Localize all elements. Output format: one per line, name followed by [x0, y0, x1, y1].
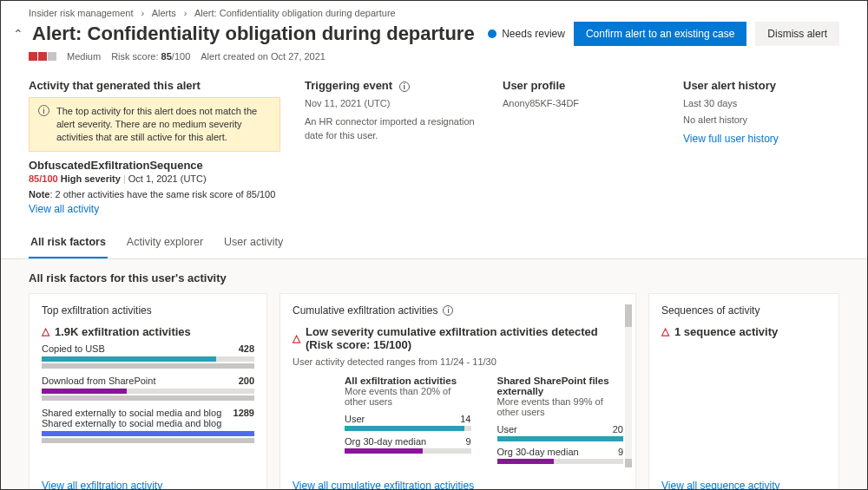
top-card-title: △ 1.9K exfiltration activities [42, 325, 254, 338]
breadcrumb-alerts[interactable]: Alerts [152, 8, 176, 18]
breadcrumb: Insider risk management › Alerts › Alert… [1, 1, 867, 22]
tab-all-risk-factors[interactable]: All risk factors [29, 231, 108, 258]
confirm-alert-button[interactable]: Confirm alert to an existing case [574, 22, 746, 46]
chevron-right-icon: › [141, 8, 145, 18]
tab-user-activity[interactable]: User activity [222, 231, 285, 258]
view-all-sequence-link[interactable]: View all sequence activity [661, 480, 780, 490]
cum-card-heading: Cumulative exfiltration activities i [293, 304, 623, 317]
status-label: Needs review [502, 28, 565, 40]
trigger-heading: Triggering event i [305, 79, 478, 92]
trigger-text: An HR connector imported a resignation d… [305, 115, 478, 142]
top-exfil-label: Download from SharePoint [42, 376, 155, 386]
risk-score-max: /100 [172, 51, 190, 62]
cum-org-label: Org 30-day median [497, 447, 579, 457]
seq-card-title: △ 1 sequence activity [661, 325, 826, 338]
warning-icon: △ [42, 325, 49, 337]
profile-user: Anony85KF-34DF [503, 97, 659, 110]
cum-card-title: △ Low severity cumulative exfiltration a… [293, 325, 623, 351]
cum-user-label: User [497, 424, 517, 434]
warning-icon: △ [661, 325, 669, 337]
seq-card-heading: Sequences of activity [661, 304, 826, 317]
cum-col-heading: Shared SharePoint files externally [497, 376, 624, 396]
top-exfil-label: Shared externally to social media and bl… [42, 408, 233, 428]
warning-icon: △ [293, 332, 300, 344]
cum-org-value: 9 [465, 436, 470, 447]
cum-org-label: Org 30-day median [345, 436, 426, 447]
history-heading: User alert history [683, 79, 839, 92]
breadcrumb-root[interactable]: Insider risk management [29, 8, 133, 18]
top-exfil-row: Shared externally to social media and bl… [42, 408, 254, 443]
view-all-exfiltration-link[interactable]: View all exfiltration activity [42, 480, 162, 490]
view-user-history-link[interactable]: View full user history [683, 133, 839, 145]
status-dot-icon [488, 29, 496, 38]
page-title: Alert: Confidentiality obligation during… [32, 23, 479, 45]
collapse-chevron-icon[interactable]: ⌃ [13, 27, 23, 41]
activity-name: ObfuscatedExfiltrationSequence [29, 159, 280, 172]
chevron-right-icon: › [184, 8, 187, 18]
severity-mismatch-note: i The top activity for this alert does n… [29, 97, 280, 152]
top-exfil-value: 428 [239, 343, 254, 354]
risk-score-value: 85 [161, 51, 172, 62]
history-period: Last 30 days [683, 97, 839, 110]
cum-col-heading: All exfiltration activities [345, 376, 471, 386]
cum-user-value: 20 [613, 424, 623, 434]
tab-bar: All risk factors Activity explorer User … [1, 219, 867, 259]
top-exfil-row: Copied to USB428 [42, 343, 254, 369]
cum-metric-col: All exfiltration activitiesMore events t… [345, 376, 471, 469]
view-all-cumulative-link[interactable]: View all cumulative exfiltration activit… [293, 480, 474, 490]
cum-user-value: 14 [460, 414, 470, 424]
card-top-exfiltration: Top exfiltration activities △ 1.9K exfil… [29, 293, 267, 490]
breadcrumb-current: Alert: Confidentiality obligation during… [194, 8, 396, 18]
dismiss-alert-button[interactable]: Dismiss alert [755, 22, 839, 46]
cum-subtitle: User activity detected ranges from 11/24… [293, 356, 623, 367]
top-exfil-label: Copied to USB [42, 343, 105, 354]
top-exfil-row: Download from SharePoint200 [42, 376, 254, 401]
history-none: No alert history [683, 114, 839, 127]
activity-heading: Activity that generated this alert [29, 79, 280, 92]
cum-user-label: User [345, 414, 365, 424]
card-cumulative-exfiltration: Cumulative exfiltration activities i △ L… [279, 293, 636, 490]
alert-meta: Medium Risk score: 85/100 Alert created … [1, 49, 867, 72]
top-exfil-value: 200 [239, 376, 254, 386]
cum-col-sub: More events than 20% of other users [345, 386, 471, 407]
trigger-date: Nov 11, 2021 (UTC) [305, 97, 478, 110]
severity-label: Medium [67, 51, 101, 62]
tab-activity-explorer[interactable]: Activity explorer [125, 231, 205, 258]
cum-col-sub: More events than 99% of other users [497, 396, 624, 417]
note-text: The top activity for this alert does not… [56, 105, 271, 144]
scrollbar[interactable] [625, 304, 632, 467]
view-all-activity-link[interactable]: View all activity [29, 203, 280, 215]
profile-heading: User profile [503, 79, 659, 92]
cum-org-value: 9 [618, 447, 623, 457]
card-sequences: Sequences of activity △ 1 sequence activ… [648, 293, 839, 490]
alert-created-text: Alert created on Oct 27, 2021 [201, 51, 326, 62]
cum-metric-col: Shared SharePoint files externallyMore e… [497, 376, 624, 469]
activity-extra-note: Note: 2 other activities have the same r… [29, 189, 280, 199]
activity-meta: 85/100 High severity | Oct 1, 2021 (UTC) [29, 173, 280, 184]
top-card-heading: Top exfiltration activities [42, 304, 254, 317]
risk-score-label: Risk score: [111, 51, 158, 62]
status-needs-review[interactable]: Needs review [488, 28, 565, 40]
top-exfil-value: 1289 [233, 408, 254, 428]
info-icon: i [38, 105, 49, 116]
risk-factors-heading: All risk factors for this user's activit… [29, 271, 839, 284]
severity-icon [29, 52, 56, 61]
info-icon[interactable]: i [443, 305, 453, 316]
info-icon[interactable]: i [399, 82, 410, 92]
